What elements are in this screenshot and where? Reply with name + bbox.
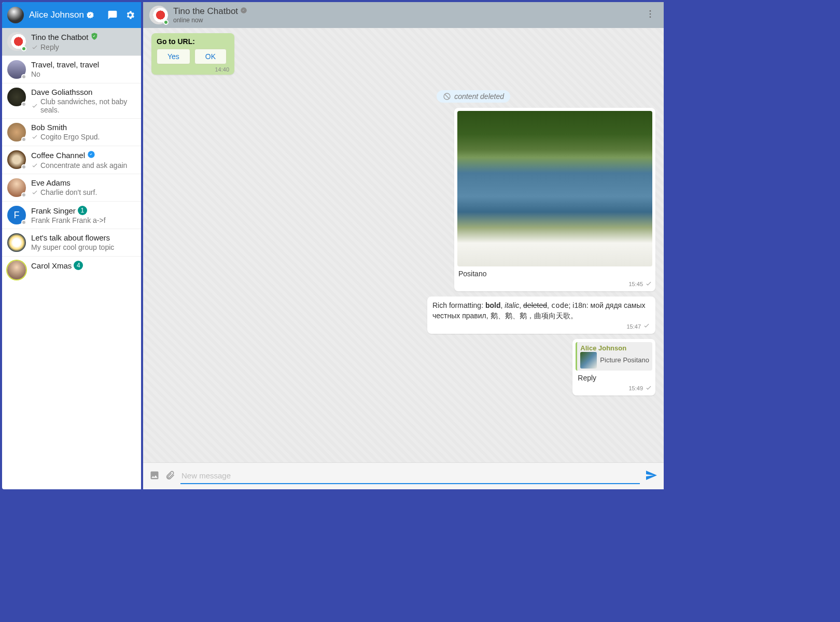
image-attachment[interactable] bbox=[457, 111, 652, 266]
chat-item-bob[interactable]: Bob Smith Cogito Ergo Spud. bbox=[2, 119, 141, 146]
avatar bbox=[7, 32, 26, 51]
verified-blue-icon bbox=[87, 150, 95, 160]
presence-offline-icon bbox=[21, 102, 26, 107]
current-user-name: Alice Johnson bbox=[29, 10, 107, 20]
sidebar-header: Alice Johnson bbox=[2, 2, 141, 28]
chat-item-eve[interactable]: Eve Adams Charlie don't surf. bbox=[2, 174, 141, 202]
check-icon bbox=[31, 102, 38, 109]
image-picker-icon[interactable] bbox=[149, 470, 160, 483]
more-menu-icon[interactable] bbox=[643, 7, 657, 23]
chat-item-travel[interactable]: Travel, travel, travel No bbox=[2, 56, 141, 83]
reply-message[interactable]: Alice Johnson Picture Positano Reply 15:… bbox=[572, 339, 655, 395]
verified-badge-icon bbox=[240, 6, 247, 17]
main-panel: Tino the Chatbot online now Go to URL: Y… bbox=[143, 2, 664, 489]
delivered-check-icon bbox=[645, 384, 652, 392]
presence-offline-icon bbox=[21, 164, 26, 169]
verified-badge-icon bbox=[86, 11, 94, 19]
reply-snippet: Picture Positano bbox=[600, 356, 649, 364]
check-icon bbox=[31, 162, 38, 169]
yes-button[interactable]: Yes bbox=[157, 49, 190, 64]
sidebar: Alice Johnson Tino the Chatbot bbox=[2, 2, 141, 489]
chat-status: online now bbox=[173, 17, 247, 24]
reply-from: Alice Johnson bbox=[580, 344, 649, 352]
chat-item-flowers[interactable]: Let's talk about flowers My super cool g… bbox=[2, 229, 141, 257]
message-composer bbox=[143, 462, 664, 489]
presence-online-icon bbox=[21, 46, 26, 51]
attachment-icon[interactable] bbox=[165, 470, 175, 483]
avatar bbox=[7, 88, 26, 106]
chat-item-frank[interactable]: F Frank Singer 1 Frank Frank Frank a->f bbox=[2, 202, 141, 229]
avatar: F bbox=[7, 206, 26, 224]
ok-button[interactable]: OK bbox=[194, 49, 227, 64]
svg-point-2 bbox=[650, 10, 651, 12]
settings-icon[interactable] bbox=[124, 9, 136, 21]
chat-header: Tino the Chatbot online now bbox=[143, 2, 664, 28]
avatar bbox=[7, 123, 26, 142]
chat-title: Tino the Chatbot bbox=[173, 6, 247, 17]
avatar bbox=[7, 261, 26, 279]
message-time: 14:40 bbox=[157, 66, 229, 73]
chat-item-carol[interactable]: Carol Xmas 4 bbox=[2, 257, 141, 284]
presence-offline-icon bbox=[21, 137, 26, 142]
avatar bbox=[7, 233, 26, 252]
reply-quote[interactable]: Alice Johnson Picture Positano bbox=[576, 342, 652, 371]
block-icon bbox=[443, 92, 451, 101]
check-icon bbox=[31, 189, 38, 196]
message-time: 15:49 bbox=[576, 384, 652, 392]
text-message[interactable]: Rich formatting: bold, italic, deleted, … bbox=[427, 296, 655, 334]
chat-item-coffee[interactable]: Coffee Channel Concentrate and ask again bbox=[2, 146, 141, 174]
image-caption: Positano bbox=[457, 266, 652, 279]
avatar[interactable] bbox=[7, 7, 24, 23]
chat-item-tino[interactable]: Tino the Chatbot Reply bbox=[2, 28, 141, 56]
svg-point-3 bbox=[650, 13, 651, 15]
check-icon bbox=[31, 133, 38, 140]
check-icon bbox=[31, 44, 38, 51]
presence-offline-icon bbox=[21, 74, 26, 79]
deleted-message: content deleted bbox=[437, 90, 510, 103]
message-time: 15:47 bbox=[432, 322, 650, 331]
shield-verified-icon bbox=[90, 32, 99, 42]
unread-badge: 4 bbox=[74, 261, 83, 270]
message-time: 15:45 bbox=[457, 280, 652, 288]
image-message[interactable]: Positano 15:45 bbox=[454, 108, 655, 291]
delivered-check-icon bbox=[643, 322, 650, 331]
presence-offline-icon bbox=[21, 192, 26, 197]
message-bubble[interactable]: Go to URL: Yes OK 14:40 bbox=[151, 33, 234, 75]
reply-thumbnail bbox=[580, 352, 597, 369]
avatar bbox=[7, 60, 26, 79]
message-input[interactable] bbox=[180, 468, 640, 484]
send-button[interactable] bbox=[645, 469, 657, 484]
presence-offline-icon bbox=[21, 220, 26, 225]
avatar bbox=[7, 178, 26, 197]
svg-point-4 bbox=[650, 17, 651, 18]
chat-list: Tino the Chatbot Reply Travel, travel, t… bbox=[2, 28, 141, 489]
svg-line-6 bbox=[445, 94, 449, 98]
message-label: Go to URL: bbox=[157, 37, 229, 46]
unread-badge: 1 bbox=[78, 206, 87, 215]
chat-item-dave[interactable]: Dave Goliathsson Club sandwiches, not ba… bbox=[2, 83, 141, 119]
avatar bbox=[7, 150, 26, 169]
presence-online-icon bbox=[163, 20, 169, 25]
avatar[interactable] bbox=[149, 6, 168, 24]
message-text: Reply bbox=[576, 373, 652, 383]
delivered-check-icon bbox=[645, 280, 652, 288]
new-chat-icon[interactable] bbox=[107, 9, 118, 21]
message-list: Go to URL: Yes OK 14:40 content deleted bbox=[143, 28, 664, 462]
